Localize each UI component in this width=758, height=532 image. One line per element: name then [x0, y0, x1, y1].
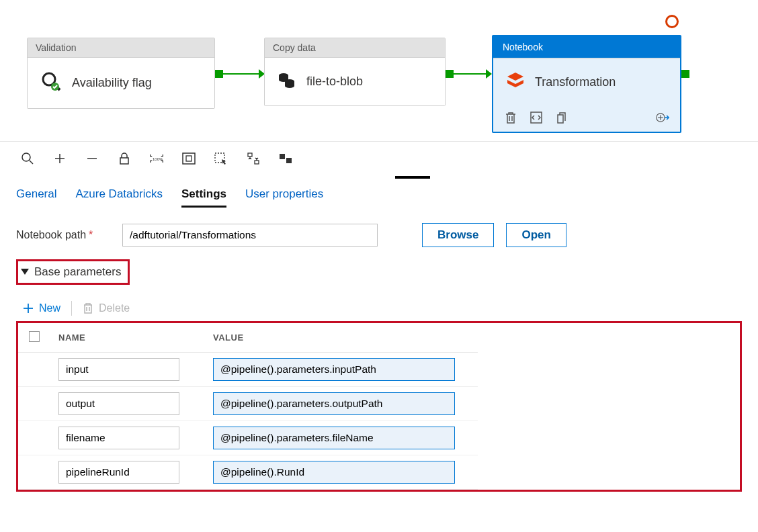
- fit-screen-icon[interactable]: [181, 151, 196, 166]
- tab-user-properties[interactable]: User properties: [245, 183, 323, 208]
- param-name-input[interactable]: [58, 358, 179, 381]
- param-row: [18, 455, 478, 490]
- new-parameter-button[interactable]: New: [23, 302, 60, 314]
- activity-node-copy[interactable]: Copy data file-to-blob: [264, 38, 446, 106]
- activity-title: Availability flag: [72, 76, 152, 90]
- plus-icon: [23, 303, 34, 314]
- node-action-bar: [493, 106, 680, 132]
- tab-underline-accent: [395, 176, 430, 179]
- databricks-icon: [505, 71, 525, 94]
- search-icon[interactable]: [20, 151, 35, 166]
- param-value-input[interactable]: [213, 358, 455, 381]
- param-name-input[interactable]: [58, 427, 179, 449]
- browse-button[interactable]: Browse: [422, 223, 494, 247]
- svg-rect-17: [183, 153, 195, 164]
- pipeline-canvas[interactable]: Validation Availability flag Copy data f…: [0, 0, 758, 141]
- param-row: [18, 421, 478, 455]
- output-handle[interactable]: [681, 70, 689, 78]
- select-area-icon[interactable]: [214, 151, 228, 166]
- copy-icon[interactable]: [555, 110, 568, 125]
- zoom-100-icon[interactable]: 100%: [149, 151, 164, 166]
- status-indicator: [665, 15, 679, 28]
- svg-rect-22: [280, 154, 285, 159]
- param-value-input[interactable]: [213, 427, 455, 449]
- connector-success: [446, 73, 492, 75]
- svg-point-10: [22, 153, 30, 161]
- database-copy-icon: [277, 70, 297, 93]
- svg-rect-23: [286, 158, 292, 163]
- collapse-triangle-icon: [21, 269, 29, 275]
- tab-settings[interactable]: Settings: [181, 183, 226, 208]
- property-tabs: General Azure Databricks Settings User p…: [0, 171, 758, 208]
- notebook-path-label: Notebook path*: [16, 229, 110, 241]
- notebook-path-row: Notebook path* Browse Open: [16, 223, 742, 247]
- separator: [71, 301, 72, 316]
- param-value-input[interactable]: [213, 461, 455, 484]
- canvas-toolbar: 100%: [0, 141, 758, 171]
- col-header-value: VALUE: [206, 323, 478, 353]
- svg-rect-15: [120, 158, 128, 164]
- code-icon[interactable]: [530, 110, 543, 125]
- param-name-input[interactable]: [58, 392, 179, 415]
- param-row: [18, 387, 478, 421]
- notebook-path-input[interactable]: [122, 224, 378, 247]
- param-name-input[interactable]: [58, 461, 179, 484]
- delete-icon[interactable]: [504, 110, 517, 125]
- svg-text:100%: 100%: [153, 157, 163, 161]
- tab-azure-databricks[interactable]: Azure Databricks: [75, 183, 162, 208]
- settings-panel: Notebook path* Browse Open Base paramete…: [0, 208, 758, 512]
- activity-title: Transformation: [535, 75, 616, 89]
- activity-node-notebook[interactable]: Notebook Transformation: [492, 35, 681, 133]
- delete-parameter-button: Delete: [83, 302, 130, 314]
- col-header-name: NAME: [52, 323, 206, 353]
- activity-title: file-to-blob: [306, 75, 363, 89]
- parameters-grid: NAME VALUE: [16, 321, 742, 492]
- params-toolbar: New Delete: [23, 301, 742, 316]
- align-icon[interactable]: [278, 151, 293, 166]
- param-value-input[interactable]: [213, 392, 455, 415]
- svg-rect-18: [186, 156, 192, 161]
- param-row: [18, 353, 478, 387]
- tab-general[interactable]: General: [16, 183, 56, 208]
- add-output-icon[interactable]: [656, 110, 669, 125]
- activity-type-label: Validation: [28, 38, 214, 58]
- zoom-in-icon[interactable]: [52, 151, 67, 166]
- trash-icon: [83, 302, 93, 314]
- connector-success: [215, 73, 265, 75]
- search-check-icon: [40, 70, 62, 96]
- zoom-out-icon[interactable]: [85, 151, 99, 166]
- svg-rect-21: [255, 161, 259, 164]
- lock-icon[interactable]: [117, 151, 132, 166]
- activity-type-label: Notebook: [493, 36, 680, 58]
- activity-type-label: Copy data: [265, 38, 445, 58]
- base-parameters-toggle[interactable]: Base parameters: [16, 259, 130, 285]
- open-button[interactable]: Open: [506, 223, 566, 247]
- auto-layout-icon[interactable]: [246, 151, 261, 166]
- select-all-checkbox[interactable]: [29, 331, 40, 342]
- activity-node-validation[interactable]: Validation Availability flag: [27, 38, 215, 109]
- svg-rect-20: [248, 153, 252, 157]
- svg-line-11: [30, 161, 33, 164]
